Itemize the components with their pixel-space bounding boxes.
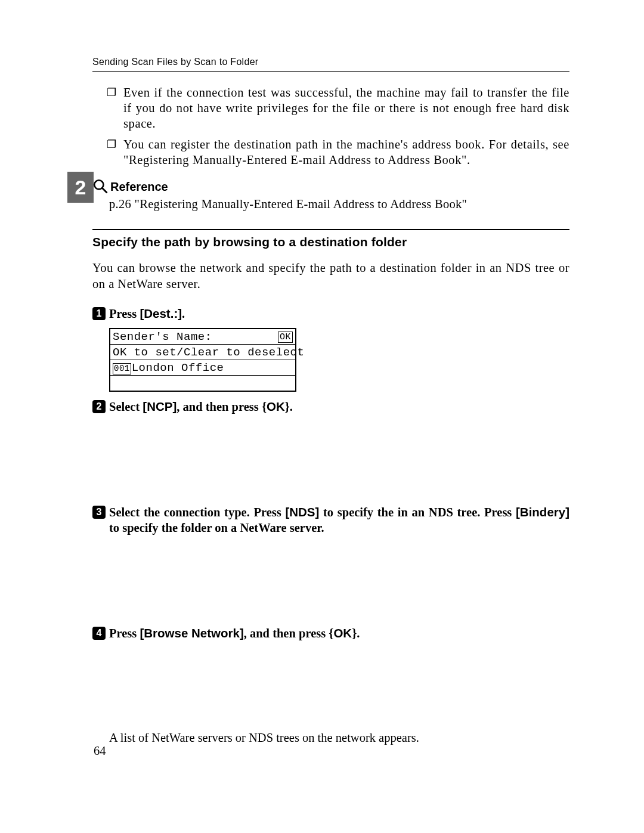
lcd-text: Sender's Name: — [113, 330, 212, 343]
reference-icon — [92, 178, 108, 194]
t: . — [357, 627, 360, 640]
lcd-row: 001London Office — [110, 360, 295, 376]
t: Select — [109, 400, 143, 413]
step-number-icon: 2 — [92, 400, 106, 413]
lcd-entry: London Office — [132, 361, 224, 374]
lcd-row: Sender's Name: OK — [110, 329, 295, 345]
followup-paragraph: A list of NetWare servers or NDS trees o… — [109, 731, 569, 745]
step-text: Select the connection type. Press [NDS] … — [109, 504, 569, 536]
subheading: Specify the path by browsing to a destin… — [92, 235, 569, 249]
body-paragraph: You can browse the network and specify t… — [92, 260, 569, 292]
lcd-row: OK to set/Clear to deselect — [110, 345, 295, 360]
lcd-text: 001London Office — [113, 361, 224, 374]
step-4: 4 Press [Browse Network], and then press… — [92, 625, 569, 642]
lcd-index: 001 — [113, 363, 131, 374]
lcd-ok-badge: OK — [278, 332, 293, 343]
reference-label: Reference — [110, 180, 168, 194]
t: Select the connection type. Press — [109, 506, 285, 519]
t: . — [182, 307, 185, 320]
step-number-icon: 1 — [92, 307, 106, 320]
list-item: ❐ You can register the destination path … — [107, 137, 569, 168]
reference-row: Reference — [92, 178, 569, 194]
bullet-text: Even if the connection test was successf… — [123, 85, 569, 132]
t: . — [290, 400, 293, 413]
step-number-icon: 4 — [92, 627, 106, 640]
step-text: Press [Browse Network], and then press {… — [109, 625, 360, 642]
step-1: 1 Press [Dest.:]. — [92, 306, 569, 322]
bullet-icon: ❐ — [107, 85, 123, 132]
step-number-icon: 3 — [92, 506, 106, 519]
bullet-icon: ❐ — [107, 137, 123, 168]
step-text: Press [Dest.:]. — [109, 306, 185, 322]
ui-button-ref: [Bindery] — [516, 505, 569, 519]
ui-key-ref: OK — [267, 400, 285, 413]
reference-text: p.26 "Registering Manually-Entered E-mai… — [109, 197, 569, 211]
t: to specify the folder on a NetWare serve… — [109, 521, 324, 534]
ui-button-ref: [Browse Network] — [140, 626, 243, 640]
bullet-text: You can register the destination path in… — [123, 137, 569, 168]
ui-button-ref: [NDS] — [285, 505, 319, 519]
ui-button-ref: [Dest.:] — [140, 306, 182, 320]
lcd-text: OK to set/Clear to deselect — [113, 346, 304, 359]
running-header: Sending Scan Files by Scan to Folder — [92, 57, 569, 72]
list-item: ❐ Even if the connection test was succes… — [107, 85, 569, 132]
step-text: Select [NCP], and then press {OK}. — [109, 399, 293, 415]
lcd-screenshot: Sender's Name: OK OK to set/Clear to des… — [109, 328, 296, 392]
bullet-list: ❐ Even if the connection test was succes… — [107, 85, 569, 168]
step-3: 3 Select the connection type. Press [NDS… — [92, 504, 569, 536]
t: to specify the in an NDS tree. Press — [319, 506, 516, 519]
step-2: 2 Select [NCP], and then press {OK}. — [92, 399, 569, 415]
svg-line-1 — [102, 188, 107, 193]
t: , and then press — [244, 627, 329, 640]
t: Press — [109, 627, 140, 640]
divider — [92, 229, 569, 230]
chapter-tab: 2 — [67, 172, 94, 203]
lcd-row — [110, 376, 295, 391]
page-body: Sending Scan Files by Scan to Folder ❐ E… — [92, 57, 569, 745]
page-number: 64 — [94, 744, 106, 758]
t: , and then press — [177, 400, 262, 413]
t: Press — [109, 307, 140, 320]
ui-key-ref: OK — [333, 626, 352, 640]
ui-button-ref: [NCP] — [143, 400, 177, 413]
